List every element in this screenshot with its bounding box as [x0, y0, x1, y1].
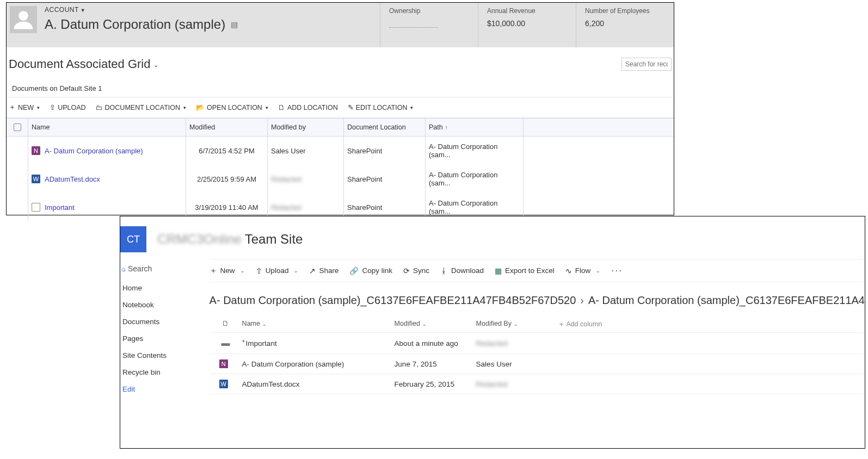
- open-location-button[interactable]: 📂OPEN LOCATION▾: [196, 103, 268, 112]
- flow-icon: ∿: [565, 266, 572, 275]
- nav-item[interactable]: Home: [120, 280, 199, 296]
- table-row[interactable]: WADatumTest.docx2/25/2015 9:59 AMRedacte…: [7, 165, 674, 193]
- sp-col-add[interactable]: ＋ Add column: [558, 320, 602, 329]
- row-name[interactable]: WADatumTest.docx: [28, 165, 186, 193]
- nav-item[interactable]: Pages: [120, 330, 199, 347]
- nav-item[interactable]: Notebook: [120, 296, 199, 313]
- sp-col-type[interactable]: 🗋: [210, 320, 242, 329]
- sp-table-header: 🗋 Name⌄ Modified⌄ Modified By⌄ ＋ Add col…: [210, 317, 865, 333]
- nav-item[interactable]: Documents: [120, 313, 199, 330]
- table-row[interactable]: NA- Datum Corporation (sample)6/7/2015 4…: [7, 137, 674, 165]
- caret-down-icon: ▼: [81, 8, 85, 13]
- file-icon: 🗋: [222, 320, 229, 327]
- column-path[interactable]: Path↑: [426, 119, 524, 136]
- entity-type-dropdown[interactable]: ACCOUNT▼: [45, 6, 380, 14]
- sp-download-button[interactable]: ⭳Download: [440, 266, 484, 275]
- caret-down-icon: ⌄: [153, 61, 158, 68]
- sp-main: ＋New⌄ ⇧Upload⌄ ↗Share 🔗Copy link ⟳Sync ⭳…: [199, 259, 865, 448]
- site-logo[interactable]: CT: [120, 226, 146, 252]
- sp-export-button[interactable]: ▦Export to Excel: [495, 266, 555, 275]
- crm-header: ACCOUNT▼ A. Datum Corporation (sample) ▤…: [7, 3, 674, 47]
- sharepoint-panel: CT CRMC3OnlineTeam Site ⌕Search HomeNote…: [120, 216, 865, 449]
- add-location-icon: 🗋: [278, 104, 285, 111]
- location-icon: 🗀: [96, 104, 103, 111]
- stat-revenue-value[interactable]: $10,000.00: [487, 19, 565, 28]
- row-modified-by: Redacted: [476, 380, 558, 388]
- stat-revenue: Annual Revenue $10,000.00: [478, 3, 576, 47]
- search-input[interactable]: [621, 58, 672, 71]
- sort-asc-icon: ↑: [445, 125, 448, 131]
- chevron-right-icon: ›: [580, 294, 584, 306]
- breadcrumb-part2[interactable]: A- Datum Corporation (sample)_C6137E6FEA…: [588, 294, 865, 306]
- site-title[interactable]: CRMC3OnlineTeam Site: [157, 232, 303, 247]
- site-label: Documents on Default Site 1: [7, 71, 674, 97]
- row-modified-by: Sales User: [268, 137, 344, 165]
- stat-ownership: Ownership: [380, 3, 478, 47]
- svg-point-0: [19, 11, 28, 21]
- edit-icon: ✎: [348, 103, 354, 111]
- stat-ownership-label: Ownership: [389, 7, 467, 15]
- column-modified[interactable]: Modified: [186, 119, 268, 136]
- sp-flow-button[interactable]: ∿Flow⌄: [565, 266, 601, 275]
- sp-col-modified[interactable]: Modified⌄: [395, 320, 476, 329]
- nav-edit[interactable]: Edit: [120, 381, 199, 398]
- row-checkbox[interactable]: [7, 193, 28, 221]
- entity-type-label: ACCOUNT: [45, 6, 79, 14]
- upload-icon: ⇧: [256, 266, 262, 275]
- row-modified: About a minute ago: [395, 339, 476, 348]
- sp-col-modified-by[interactable]: Modified By⌄: [476, 320, 558, 329]
- row-modified: February 25, 2015: [395, 380, 476, 388]
- row-name[interactable]: ✦Important: [242, 339, 395, 348]
- upload-icon: ⇧: [50, 103, 56, 111]
- row-checkbox[interactable]: [7, 165, 28, 193]
- column-doc-location[interactable]: Document Location: [344, 119, 426, 136]
- list-item[interactable]: ▬✦ImportantAbout a minute agoRedacted: [210, 333, 865, 354]
- sp-new-button[interactable]: ＋New⌄: [210, 266, 245, 276]
- document-location-button[interactable]: 🗀DOCUMENT LOCATION▾: [96, 103, 186, 112]
- row-checkbox[interactable]: [7, 137, 28, 165]
- add-location-button[interactable]: 🗋ADD LOCATION: [278, 103, 338, 112]
- column-name[interactable]: Name: [28, 119, 186, 136]
- grid-title-row: Document Associated Grid⌄: [7, 47, 674, 71]
- stat-employees-label: Number of Employees: [585, 7, 663, 15]
- grid-title-text: Document Associated Grid: [9, 57, 150, 71]
- grid-title-dropdown[interactable]: Document Associated Grid⌄: [9, 57, 158, 71]
- breadcrumb-part1[interactable]: A- Datum Corporation (sample)_C6137E6FEA…: [210, 294, 576, 306]
- sp-more-button[interactable]: ···: [611, 265, 623, 276]
- sync-icon: ⟳: [403, 266, 410, 275]
- stat-employees-value[interactable]: 6,200: [585, 19, 663, 28]
- nav-item[interactable]: Site Contents: [120, 347, 199, 364]
- column-spacer: [524, 119, 674, 136]
- list-item[interactable]: NA- Datum Corporation (sample)June 7, 20…: [210, 354, 865, 374]
- row-name[interactable]: ADatumTest.docx: [242, 380, 395, 388]
- list-item[interactable]: WADatumTest.docxFebruary 25, 2015Redacte…: [210, 374, 865, 394]
- title-block: ACCOUNT▼ A. Datum Corporation (sample) ▤: [39, 3, 380, 47]
- sp-sync-button[interactable]: ⟳Sync: [403, 266, 429, 275]
- sp-copylink-button[interactable]: 🔗Copy link: [349, 266, 392, 275]
- nav-item[interactable]: Recycle bin: [120, 364, 199, 381]
- caret-down-icon: ▾: [410, 105, 413, 110]
- caret-down-icon: ⌄: [422, 321, 427, 327]
- sp-col-name[interactable]: Name⌄: [242, 320, 395, 329]
- excel-icon: ▦: [495, 266, 502, 275]
- share-icon: ↗: [309, 266, 316, 275]
- avatar-block: [7, 3, 39, 47]
- sp-header: CT CRMC3OnlineTeam Site: [120, 216, 865, 259]
- row-name[interactable]: NA- Datum Corporation (sample): [28, 137, 186, 165]
- sp-upload-button[interactable]: ⇧Upload⌄: [256, 266, 299, 275]
- new-button[interactable]: ＋NEW▾: [9, 103, 40, 112]
- form-selector-icon[interactable]: ▤: [231, 20, 238, 29]
- row-modified: 6/7/2015 4:52 PM: [186, 137, 268, 165]
- avatar-icon: [10, 6, 37, 33]
- row-modified: June 7, 2015: [395, 360, 476, 368]
- edit-location-button[interactable]: ✎EDIT LOCATION▾: [348, 103, 414, 112]
- sp-share-button[interactable]: ↗Share: [309, 266, 338, 275]
- select-all-checkbox[interactable]: [7, 119, 28, 136]
- row-name[interactable]: A- Datum Corporation (sample): [242, 360, 395, 368]
- column-modified-by[interactable]: Modified by: [268, 119, 344, 136]
- upload-button[interactable]: ⇧UPLOAD: [50, 103, 85, 112]
- sp-search[interactable]: ⌕Search: [120, 264, 199, 280]
- caret-down-icon: ▾: [37, 105, 40, 110]
- stat-ownership-value-empty[interactable]: [389, 21, 438, 28]
- entity-name: A. Datum Corporation (sample) ▤: [45, 17, 380, 32]
